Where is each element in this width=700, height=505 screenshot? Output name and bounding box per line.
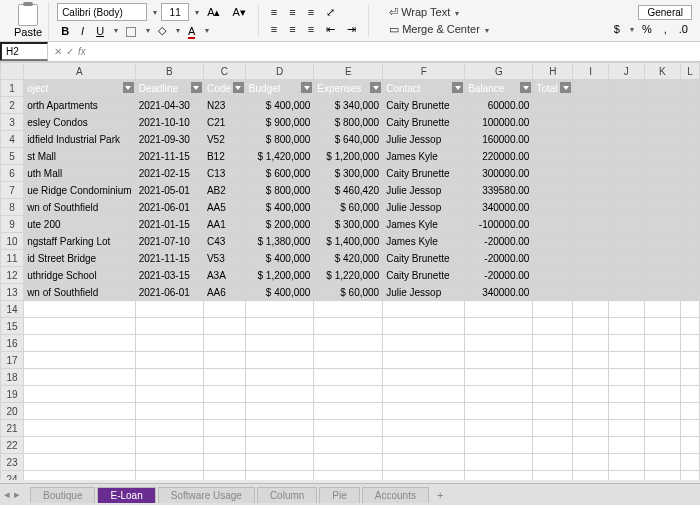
cell[interactable] (314, 318, 383, 335)
cell[interactable]: 2021-07-10 (135, 233, 203, 250)
cell[interactable] (533, 267, 573, 284)
cell[interactable] (245, 335, 314, 352)
cell[interactable]: $ 640,000 (314, 131, 383, 148)
cell[interactable] (314, 403, 383, 420)
cell[interactable]: uthridge School (24, 267, 136, 284)
col-header[interactable]: G (465, 63, 533, 80)
cell[interactable]: N23 (203, 97, 245, 114)
cell[interactable]: AB2 (203, 182, 245, 199)
row-header[interactable]: 20 (1, 403, 24, 420)
spreadsheet-grid[interactable]: A B C D E F G H I J K L 1ojectDeadlineCo… (0, 62, 700, 480)
cell[interactable]: orth Apartments (24, 97, 136, 114)
cell[interactable]: AA6 (203, 284, 245, 301)
sheet-tab[interactable]: Column (257, 487, 317, 503)
cell[interactable] (644, 318, 680, 335)
cell[interactable]: V52 (203, 131, 245, 148)
cell[interactable]: B12 (203, 148, 245, 165)
cell[interactable] (644, 199, 680, 216)
cell[interactable] (245, 318, 314, 335)
align-bottom-button[interactable]: ≡ (304, 5, 318, 19)
cell[interactable] (608, 454, 644, 471)
row-header[interactable]: 3 (1, 114, 24, 131)
cell[interactable]: C43 (203, 233, 245, 250)
row-header[interactable]: 17 (1, 352, 24, 369)
cell[interactable] (245, 386, 314, 403)
cell[interactable] (573, 318, 609, 335)
filter-dropdown-icon[interactable] (233, 82, 244, 93)
cell[interactable]: $ 400,000 (245, 250, 314, 267)
row-header[interactable]: 12 (1, 267, 24, 284)
cell[interactable]: id Street Bridge (24, 250, 136, 267)
cell[interactable] (681, 216, 700, 233)
cell[interactable]: $ 400,000 (245, 199, 314, 216)
wrap-text-button[interactable]: ⏎ Wrap Text ▾ (385, 5, 493, 20)
cell[interactable] (681, 148, 700, 165)
col-header[interactable]: C (203, 63, 245, 80)
cell[interactable]: $ 1,420,000 (245, 148, 314, 165)
indent-decrease-button[interactable]: ⇤ (322, 22, 339, 37)
filter-dropdown-icon[interactable] (301, 82, 312, 93)
col-header[interactable]: I (573, 63, 609, 80)
align-right-button[interactable]: ≡ (304, 22, 318, 36)
cell[interactable] (383, 335, 465, 352)
cell[interactable]: 160000.00 (465, 131, 533, 148)
cell[interactable] (573, 403, 609, 420)
cell[interactable]: 339580.00 (465, 182, 533, 199)
sheet-tab[interactable]: Pie (319, 487, 359, 503)
cell[interactable] (681, 369, 700, 386)
cell[interactable] (644, 148, 680, 165)
sheet-tab[interactable]: Accounts (362, 487, 429, 503)
cell[interactable]: $ 460,420 (314, 182, 383, 199)
cell[interactable] (533, 233, 573, 250)
cell[interactable] (314, 335, 383, 352)
cell[interactable] (644, 352, 680, 369)
cell[interactable]: Julie Jessop (383, 182, 465, 199)
cell[interactable] (644, 165, 680, 182)
enter-icon[interactable]: ✓ (66, 46, 74, 57)
add-sheet-button[interactable]: + (431, 487, 449, 503)
col-header[interactable]: L (681, 63, 700, 80)
cell[interactable] (573, 97, 609, 114)
chevron-down-icon[interactable]: ▾ (153, 8, 157, 17)
cell[interactable] (314, 454, 383, 471)
cell[interactable]: $ 1,400,000 (314, 233, 383, 250)
cell[interactable]: $ 300,000 (314, 216, 383, 233)
tab-prev-icon[interactable]: ◂ (4, 488, 10, 501)
cell[interactable]: -20000.00 (465, 250, 533, 267)
cell[interactable] (681, 267, 700, 284)
cell[interactable] (533, 454, 573, 471)
merge-center-button[interactable]: ▭ Merge & Center ▾ (385, 22, 493, 37)
cell[interactable] (681, 80, 700, 97)
row-header[interactable]: 8 (1, 199, 24, 216)
cell[interactable] (314, 386, 383, 403)
cell[interactable] (608, 80, 644, 97)
cell[interactable] (24, 437, 136, 454)
cell[interactable] (681, 471, 700, 481)
row-header[interactable]: 19 (1, 386, 24, 403)
row-header[interactable]: 10 (1, 233, 24, 250)
cell[interactable] (573, 233, 609, 250)
cell[interactable] (608, 318, 644, 335)
cell[interactable] (24, 454, 136, 471)
col-header[interactable]: D (245, 63, 314, 80)
cell[interactable] (383, 420, 465, 437)
cell[interactable] (533, 165, 573, 182)
cell[interactable] (533, 114, 573, 131)
cell[interactable]: -20000.00 (465, 233, 533, 250)
cell[interactable] (135, 437, 203, 454)
cell[interactable]: 2021-03-15 (135, 267, 203, 284)
cell[interactable] (203, 335, 245, 352)
cell[interactable] (644, 471, 680, 481)
cell[interactable] (644, 216, 680, 233)
cell[interactable]: AA5 (203, 199, 245, 216)
cell[interactable] (644, 403, 680, 420)
cell[interactable] (608, 471, 644, 481)
table-header-cell[interactable]: Expenses (314, 80, 383, 97)
bold-button[interactable]: B (57, 24, 73, 38)
cell[interactable]: $ 60,000 (314, 199, 383, 216)
cell[interactable] (383, 301, 465, 318)
cell[interactable] (245, 403, 314, 420)
row-header[interactable]: 18 (1, 369, 24, 386)
cell[interactable]: V53 (203, 250, 245, 267)
cell[interactable] (608, 199, 644, 216)
